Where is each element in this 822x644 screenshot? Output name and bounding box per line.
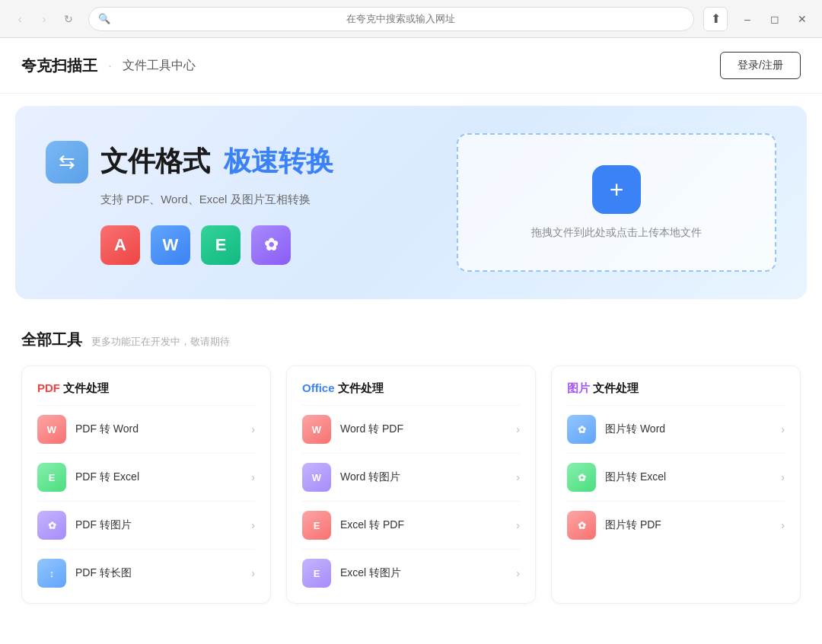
hero-title-main: 文件格式 — [100, 145, 210, 177]
img-to-excel-item[interactable]: ✿ 图片转 Excel › — [567, 453, 785, 501]
word-to-pdf-icon: W — [302, 415, 331, 444]
img-to-excel-arrow: › — [781, 471, 785, 483]
pdf-to-excel-item[interactable]: E PDF 转 Excel › — [37, 453, 255, 501]
pdf-card: PDF 文件处理 W PDF 转 Word › E PDF 转 Excel › — [21, 365, 271, 604]
upload-plus-button[interactable]: + — [592, 165, 641, 214]
word-to-pdf-arrow: › — [516, 423, 520, 435]
pdf-to-img-arrow: › — [251, 519, 255, 531]
tools-subtitle: 更多功能正在开发中，敬请期待 — [91, 335, 230, 349]
office-card-title: Office 文件处理 — [302, 381, 520, 396]
office-card-label-rest: 文件处理 — [338, 381, 384, 394]
img-to-excel-label: 图片转 Excel — [605, 470, 772, 484]
word-to-img-item[interactable]: W Word 转图片 › — [302, 453, 520, 501]
pdf-to-img-icon: ✿ — [37, 511, 66, 540]
nav-refresh-button[interactable]: ↻ — [58, 8, 79, 30]
pdf-to-word-arrow: › — [251, 423, 255, 435]
image-card-title: 图片 文件处理 — [567, 381, 785, 396]
hero-left: ⇆ 文件格式 极速转换 支持 PDF、Word、Excel 及图片互相转换 A … — [46, 141, 426, 265]
img-to-pdf-arrow: › — [781, 519, 785, 531]
hero-title-row: ⇆ 文件格式 极速转换 — [46, 141, 426, 183]
pdf-to-excel-label: PDF 转 Excel — [75, 470, 242, 484]
app-header: 夸克扫描王 · 文件工具中心 登录/注册 — [0, 38, 822, 94]
nav-forward-button[interactable]: › — [33, 8, 55, 30]
pdf-card-title: PDF 文件处理 — [37, 381, 255, 396]
excel-to-img-label: Excel 转图片 — [340, 566, 507, 580]
pdf-accent-label: PDF — [37, 381, 60, 394]
pdf-to-longimg-label: PDF 转长图 — [75, 566, 242, 580]
hero-title: 文件格式 极速转换 — [100, 143, 333, 180]
pdf-to-img-item[interactable]: ✿ PDF 转图片 › — [37, 501, 255, 549]
login-button[interactable]: 登录/注册 — [720, 52, 801, 79]
tools-section: 全部工具 更多功能正在开发中，敬请期待 PDF 文件处理 W PDF 转 Wor… — [0, 311, 822, 622]
brand: 夸克扫描王 · 文件工具中心 — [21, 56, 196, 76]
excel-to-pdf-label: Excel 转 PDF — [340, 518, 507, 532]
excel-to-img-arrow: › — [516, 567, 520, 579]
img-to-word-arrow: › — [781, 423, 785, 435]
app-content: 夸克扫描王 · 文件工具中心 登录/注册 ⇆ 文件格式 极速转换 支持 PDF、… — [0, 38, 822, 644]
pdf-to-word-icon: W — [37, 415, 66, 444]
img-to-word-label: 图片转 Word — [605, 422, 772, 436]
img-to-pdf-item[interactable]: ✿ 图片转 PDF › — [567, 501, 785, 549]
img-to-pdf-label: 图片转 PDF — [605, 518, 772, 532]
pdf-to-word-label: PDF 转 Word — [75, 422, 242, 436]
browser-chrome: ‹ › ↻ 🔍 ⬆ – ◻ ✕ — [0, 0, 822, 38]
word-to-pdf-label: Word 转 PDF — [340, 422, 507, 436]
word-icon: W — [151, 225, 190, 265]
excel-to-img-item[interactable]: E Excel 转图片 › — [302, 549, 520, 597]
minimize-button[interactable]: – — [737, 8, 758, 30]
pdf-card-label-rest: 文件处理 — [63, 381, 109, 394]
window-controls: – ◻ ✕ — [737, 8, 813, 30]
hero-subtitle: 支持 PDF、Word、Excel 及图片互相转换 — [100, 193, 426, 207]
nav-buttons: ‹ › ↻ — [9, 8, 79, 30]
search-icon: 🔍 — [98, 13, 110, 24]
word-to-img-label: Word 转图片 — [340, 470, 507, 484]
pdf-to-longimg-arrow: › — [251, 567, 255, 579]
word-to-img-icon: W — [302, 463, 331, 492]
excel-to-pdf-arrow: › — [516, 519, 520, 531]
close-button[interactable]: ✕ — [792, 8, 813, 30]
pdf-to-excel-arrow: › — [251, 471, 255, 483]
pdf-icon: A — [100, 225, 140, 265]
image-card: 图片 文件处理 ✿ 图片转 Word › ✿ 图片转 Excel › — [551, 365, 801, 604]
brand-name: 夸克扫描王 — [21, 56, 97, 76]
address-bar[interactable]: 🔍 — [88, 7, 694, 31]
pdf-to-excel-icon: E — [37, 463, 66, 492]
tools-grid: PDF 文件处理 W PDF 转 Word › E PDF 转 Excel › — [21, 365, 801, 604]
maximize-button[interactable]: ◻ — [764, 8, 785, 30]
word-to-img-arrow: › — [516, 471, 520, 483]
brand-subtitle: 文件工具中心 — [123, 58, 196, 74]
word-to-pdf-item[interactable]: W Word 转 PDF › — [302, 405, 520, 453]
img-card-label-rest: 文件处理 — [593, 381, 639, 394]
pdf-to-longimg-icon: ↕ — [37, 559, 66, 588]
upload-text: 拖拽文件到此处或点击上传本地文件 — [531, 226, 702, 240]
excel-icon: E — [201, 225, 241, 265]
img-to-pdf-icon: ✿ — [567, 511, 596, 540]
hero-convert-icon: ⇆ — [46, 141, 88, 183]
hero-title-accent: 极速转换 — [224, 145, 333, 177]
excel-to-pdf-item[interactable]: E Excel 转 PDF › — [302, 501, 520, 549]
brand-separator: · — [108, 58, 112, 74]
tools-header: 全部工具 更多功能正在开发中，敬请期待 — [21, 330, 801, 350]
hero-banner: ⇆ 文件格式 极速转换 支持 PDF、Word、Excel 及图片互相转换 A … — [15, 106, 807, 299]
img-to-word-icon: ✿ — [567, 415, 596, 444]
img-to-excel-icon: ✿ — [567, 463, 596, 492]
excel-to-pdf-icon: E — [302, 511, 331, 540]
hero-file-icons: A W E ✿ — [100, 225, 426, 265]
address-input[interactable] — [116, 13, 684, 24]
img-to-word-item[interactable]: ✿ 图片转 Word › — [567, 405, 785, 453]
nav-back-button[interactable]: ‹ — [9, 8, 30, 30]
img-accent-label: 图片 — [567, 381, 590, 394]
office-card: Office 文件处理 W Word 转 PDF › W Word 转图片 › — [286, 365, 536, 604]
pdf-to-word-item[interactable]: W PDF 转 Word › — [37, 405, 255, 453]
image-icon: ✿ — [251, 225, 291, 265]
pdf-to-longimg-item[interactable]: ↕ PDF 转长图 › — [37, 549, 255, 597]
excel-to-img-icon: E — [302, 559, 331, 588]
pdf-to-img-label: PDF 转图片 — [75, 518, 242, 532]
office-accent-label: Office — [302, 381, 335, 394]
upload-area[interactable]: + 拖拽文件到此处或点击上传本地文件 — [457, 133, 776, 272]
tools-title: 全部工具 — [21, 330, 82, 350]
share-button[interactable]: ⬆ — [703, 7, 728, 31]
